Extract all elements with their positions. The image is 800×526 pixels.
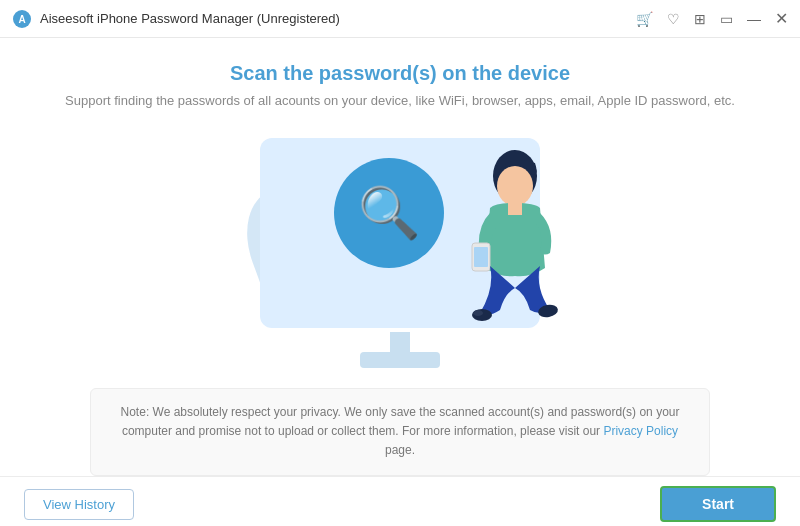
cart-icon[interactable]: 🛒 xyxy=(636,11,653,27)
privacy-policy-link[interactable]: Privacy Policy xyxy=(603,424,678,438)
page-heading: Scan the password(s) on the device xyxy=(230,62,570,85)
title-bar: A Aiseesoft iPhone Password Manager (Unr… xyxy=(0,0,800,38)
monitor-neck xyxy=(390,332,410,354)
svg-point-3 xyxy=(497,166,533,206)
monitor-icon[interactable]: ▭ xyxy=(720,11,733,27)
svg-rect-4 xyxy=(508,203,522,215)
user-icon[interactable]: ♡ xyxy=(667,11,680,27)
monitor-stand xyxy=(360,352,440,368)
start-button[interactable]: Start xyxy=(660,486,776,522)
svg-point-9 xyxy=(473,310,483,316)
magnifier-icon: 🔍 xyxy=(358,184,420,242)
grid-icon[interactable]: ⊞ xyxy=(694,11,706,27)
bottom-bar: View History Start xyxy=(0,476,800,526)
svg-rect-6 xyxy=(474,247,488,267)
page-subtext: Support finding the passwords of all aco… xyxy=(65,93,735,108)
note-text: Note: We absolutely respect your privacy… xyxy=(111,403,689,461)
close-icon[interactable]: ✕ xyxy=(775,9,788,28)
magnifier-circle: 🔍 xyxy=(334,158,444,268)
minimize-icon[interactable]: — xyxy=(747,11,761,27)
privacy-note: Note: We absolutely respect your privacy… xyxy=(90,388,710,476)
app-title: Aiseesoft iPhone Password Manager (Unreg… xyxy=(40,11,636,26)
illustration-area: 🔍 xyxy=(210,128,590,368)
svg-text:A: A xyxy=(18,14,25,25)
view-history-button[interactable]: View History xyxy=(24,489,134,520)
person-illustration xyxy=(450,148,560,338)
app-logo: A xyxy=(12,9,32,29)
window-controls: 🛒 ♡ ⊞ ▭ — ✕ xyxy=(636,9,788,28)
main-content: Scan the password(s) on the device Suppo… xyxy=(0,38,800,476)
